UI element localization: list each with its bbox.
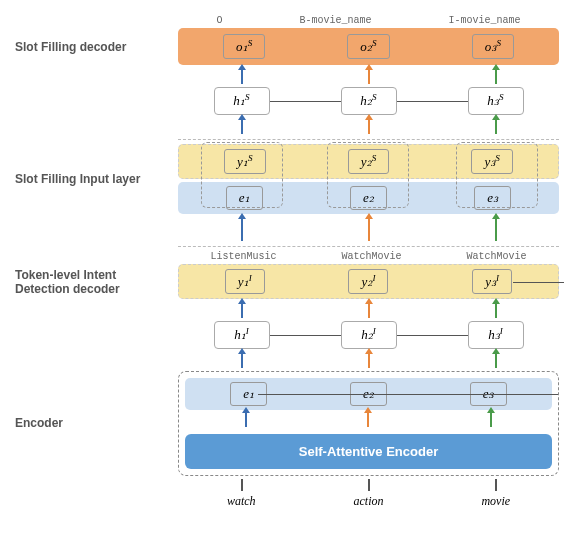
self-attentive-encoder: Self-Attentive Encoder: [185, 434, 552, 469]
section-encoder: Encoder: [15, 416, 178, 430]
e1-sf: e₁: [226, 186, 263, 210]
arrow-h3s-o3s: [495, 68, 497, 84]
arrow-long2: [368, 217, 370, 241]
arrow-sf1: [241, 118, 243, 134]
e2-sf: e₂: [350, 186, 387, 210]
h1S: h₁S: [214, 87, 270, 114]
slot-output-bar: o₁S o₂S o₃S: [178, 28, 559, 65]
section-intent-decoder: Token-level Intent Detection decoder: [15, 268, 178, 296]
y2S: y₂S: [348, 149, 390, 174]
section-slot-input: Slot Filling Input layer: [15, 172, 178, 186]
y1I: y₁I: [225, 269, 265, 294]
word-watch: watch: [227, 494, 256, 509]
h1I: h₁I: [214, 321, 270, 348]
h3S: h₃S: [468, 87, 524, 114]
arrow-in1: [241, 479, 243, 491]
slot-y-bar: y₁S y₂S y₃S: [178, 144, 559, 179]
o2S: o₂S: [347, 34, 389, 59]
arrow-sf2: [368, 118, 370, 134]
arrow-e3: [495, 352, 497, 368]
h3I: h₃I: [468, 321, 524, 348]
tag-B: B-movie_name: [299, 15, 371, 26]
arrow-enc1: [245, 411, 247, 427]
word-action: action: [354, 494, 384, 509]
arrow-hi2: [368, 302, 370, 318]
tag-O: O: [216, 15, 222, 26]
intent-pred-2: WatchMovie: [341, 251, 401, 262]
y3I: y₃I: [472, 269, 512, 294]
o1S: o₁S: [223, 34, 265, 59]
section-slot-decoder: Slot Filling decoder: [15, 40, 178, 54]
slot-e-bar: e₁ e₂ e₃: [178, 182, 559, 214]
intent-pred-1: ListenMusic: [210, 251, 276, 262]
h2S: h₂S: [341, 87, 397, 114]
intent-y-bar: y₁I y₂I y₃I: [178, 264, 559, 299]
arrow-e1: [241, 352, 243, 368]
arrow-in3: [495, 479, 497, 491]
word-movie: movie: [481, 494, 510, 509]
arrow-enc3: [490, 411, 492, 427]
arrow-h1s-o1s: [241, 68, 243, 84]
encoder-box: e₁ e₂ e₃ Self-Attentive Encoder: [178, 371, 559, 476]
encoder-e-bar: e₁ e₂ e₃: [185, 378, 552, 410]
arrow-hi1: [241, 302, 243, 318]
y1S: y₁S: [224, 149, 266, 174]
arrow-long1: [241, 217, 243, 241]
arrow-sf3: [495, 118, 497, 134]
intent-pred-3: WatchMovie: [466, 251, 526, 262]
y3S: y₃S: [471, 149, 513, 174]
h2I: h₂I: [341, 321, 397, 348]
tag-I: I-movie_name: [448, 15, 520, 26]
arrow-hi3: [495, 302, 497, 318]
arrow-long3: [495, 217, 497, 241]
y2I: y₂I: [348, 269, 388, 294]
arrow-h2s-o2s: [368, 68, 370, 84]
arrow-e2: [368, 352, 370, 368]
arrow-enc2: [367, 411, 369, 427]
arrow-in2: [368, 479, 370, 491]
e3-sf: e₃: [474, 186, 511, 210]
o3S: o₃S: [472, 34, 514, 59]
